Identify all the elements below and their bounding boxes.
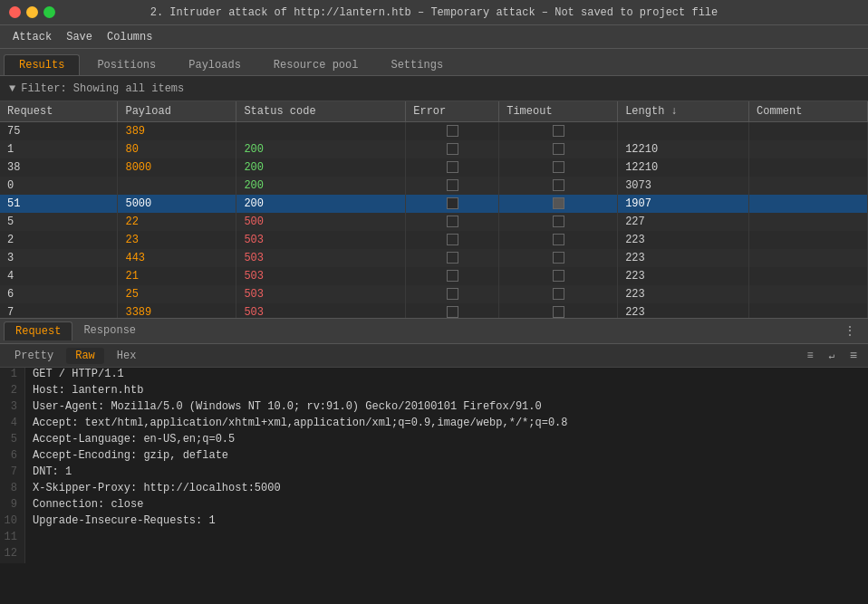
filter-bar: ▼ Filter: Showing all items	[0, 76, 868, 101]
line-number: 10	[0, 514, 25, 531]
tab-resource-pool[interactable]: Resource pool	[258, 54, 374, 75]
cell-status: 503	[236, 267, 406, 285]
cell-error	[406, 140, 499, 158]
req-right-icons: ≡ ↵ ≡	[801, 347, 863, 365]
cell-payload: 80	[118, 140, 236, 158]
cell-error	[406, 267, 499, 285]
req-tabbar: Pretty Raw Hex ≡ ↵ ≡	[0, 344, 868, 368]
cell-comment	[749, 267, 868, 285]
cell-comment	[749, 285, 868, 303]
tab-payloads[interactable]: Payloads	[173, 54, 256, 75]
cell-error	[406, 285, 499, 303]
cell-length: 223	[618, 231, 749, 249]
col-length[interactable]: Length ↓	[618, 101, 749, 122]
cell-status: 503	[236, 285, 406, 303]
cell-length	[618, 122, 749, 141]
req-tab-hex[interactable]: Hex	[108, 348, 146, 364]
table-row[interactable]: 18020012210	[0, 140, 868, 158]
table-row[interactable]: 421503223	[0, 267, 868, 285]
cell-comment	[749, 158, 868, 177]
table-row[interactable]: 223503223	[0, 231, 868, 249]
req-tab-pretty[interactable]: Pretty	[5, 348, 63, 364]
table-row[interactable]: 625503223	[0, 285, 868, 303]
cell-request: 1	[0, 140, 118, 158]
cell-comment	[749, 213, 868, 231]
tab-response[interactable]: Response	[72, 321, 147, 340]
line-number: 4	[0, 417, 25, 433]
line-number: 1	[0, 368, 25, 384]
line-number: 7	[0, 465, 25, 482]
filter-label: Filter: Showing all items	[21, 82, 184, 95]
cell-status: 500	[236, 213, 406, 231]
req-tab-raw[interactable]: Raw	[66, 348, 104, 364]
cell-timeout	[499, 213, 618, 231]
code-line: 2Host: lantern.htb	[0, 384, 868, 400]
menu-attack[interactable]: Attack	[5, 29, 59, 45]
line-content: Accept: text/html,application/xhtml+xml,…	[25, 417, 568, 433]
col-request[interactable]: Request	[0, 101, 118, 122]
cell-error	[406, 195, 499, 213]
menu-columns[interactable]: Columns	[100, 29, 159, 45]
col-error[interactable]: Error	[406, 101, 499, 122]
tab-results[interactable]: Results	[4, 54, 80, 75]
cell-length: 223	[618, 267, 749, 285]
main-tabbar: Results Positions Payloads Resource pool…	[0, 49, 868, 76]
cell-status: 503	[236, 303, 406, 319]
bottom-pane: Request Response ⋮ Pretty Raw Hex ≡ ↵ ≡ …	[0, 319, 868, 604]
filter-icon: ▼	[9, 82, 15, 95]
cell-payload: 389	[118, 122, 236, 141]
table-row[interactable]: 02003073	[0, 177, 868, 195]
line-content: DNT: 1	[25, 465, 72, 482]
table-row[interactable]: 73389503223	[0, 303, 868, 319]
cell-payload: 443	[118, 249, 236, 267]
col-payload[interactable]: Payload	[118, 101, 236, 122]
cell-comment	[749, 195, 868, 213]
wrap-icon[interactable]: ≡	[801, 347, 819, 365]
more-icon[interactable]: ≡	[844, 347, 863, 365]
window-controls	[9, 6, 55, 18]
table-row[interactable]: 75389	[0, 122, 868, 141]
code-line: 12	[0, 547, 868, 563]
code-line: 7DNT: 1	[0, 465, 868, 482]
line-content: X-Skipper-Proxy: http://localhost:5000	[25, 482, 281, 498]
table-row[interactable]: 38800020012210	[0, 158, 868, 177]
maximize-button[interactable]	[43, 6, 55, 18]
cell-payload: 5000	[118, 195, 236, 213]
table-row[interactable]: 5150002001907	[0, 195, 868, 213]
close-button[interactable]	[9, 6, 21, 18]
line-number: 6	[0, 449, 25, 465]
newline-icon[interactable]: ↵	[823, 347, 841, 365]
table-row[interactable]: 522500227	[0, 213, 868, 231]
col-timeout[interactable]: Timeout	[499, 101, 618, 122]
tab-positions[interactable]: Positions	[82, 54, 171, 75]
tab-request[interactable]: Request	[4, 321, 72, 340]
cell-error	[406, 177, 499, 195]
line-number: 9	[0, 498, 25, 514]
menu-save[interactable]: Save	[59, 29, 100, 45]
cell-error	[406, 158, 499, 177]
results-table-wrapper[interactable]: Request Payload Status code Error Timeou…	[0, 101, 868, 319]
cell-status: 200	[236, 158, 406, 177]
cell-timeout	[499, 303, 618, 319]
col-status[interactable]: Status code	[236, 101, 406, 122]
cell-length: 223	[618, 285, 749, 303]
bottom-tabbar: Request Response ⋮	[0, 319, 868, 344]
cell-payload: 25	[118, 285, 236, 303]
line-number: 3	[0, 400, 25, 417]
cell-comment	[749, 231, 868, 249]
cell-length: 12210	[618, 158, 749, 177]
code-area[interactable]: 1GET / HTTP/1.12Host: lantern.htb3User-A…	[0, 368, 868, 604]
tab-settings[interactable]: Settings	[375, 54, 458, 75]
table-row[interactable]: 3443503223	[0, 249, 868, 267]
cell-timeout	[499, 158, 618, 177]
cell-payload: 21	[118, 267, 236, 285]
minimize-button[interactable]	[26, 6, 38, 18]
col-comment[interactable]: Comment	[749, 101, 868, 122]
code-line: 8X-Skipper-Proxy: http://localhost:5000	[0, 482, 868, 498]
cell-comment	[749, 140, 868, 158]
cell-request: 3	[0, 249, 118, 267]
cell-request: 0	[0, 177, 118, 195]
options-icon[interactable]: ⋮	[841, 322, 859, 340]
cell-payload: 22	[118, 213, 236, 231]
cell-length: 223	[618, 303, 749, 319]
